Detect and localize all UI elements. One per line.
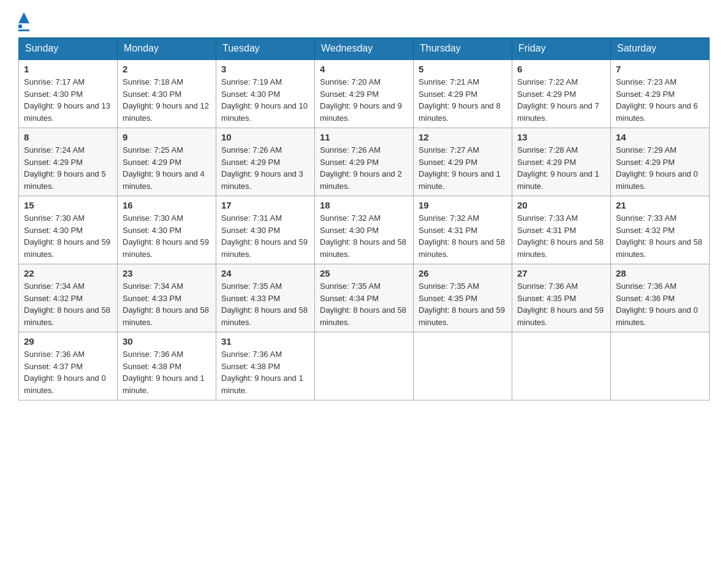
day-info: Sunrise: 7:35 AM Sunset: 4:34 PM Dayligh… — [320, 280, 408, 328]
day-number: 3 — [221, 64, 309, 74]
day-number: 20 — [517, 200, 605, 210]
day-info: Sunrise: 7:31 AM Sunset: 4:30 PM Dayligh… — [221, 212, 309, 260]
day-number: 21 — [616, 200, 704, 210]
day-info: Sunrise: 7:34 AM Sunset: 4:32 PM Dayligh… — [24, 280, 112, 328]
day-info: Sunrise: 7:33 AM Sunset: 4:32 PM Dayligh… — [616, 212, 704, 260]
calendar-cell: 2 Sunrise: 7:18 AM Sunset: 4:30 PM Dayli… — [118, 59, 216, 128]
day-info: Sunrise: 7:36 AM Sunset: 4:35 PM Dayligh… — [517, 280, 605, 328]
weekday-header-sunday: Sunday — [19, 38, 118, 60]
day-info: Sunrise: 7:17 AM Sunset: 4:30 PM Dayligh… — [24, 76, 112, 124]
day-number: 6 — [517, 64, 605, 74]
day-info: Sunrise: 7:28 AM Sunset: 4:29 PM Dayligh… — [517, 144, 605, 192]
day-number: 27 — [517, 268, 605, 278]
calendar-week-row: 8 Sunrise: 7:24 AM Sunset: 4:29 PM Dayli… — [19, 128, 710, 196]
day-number: 30 — [123, 336, 211, 347]
day-number: 31 — [221, 336, 309, 347]
calendar-cell — [512, 332, 611, 400]
day-number: 4 — [320, 64, 408, 74]
day-number: 17 — [221, 200, 309, 210]
day-info: Sunrise: 7:18 AM Sunset: 4:30 PM Dayligh… — [123, 76, 211, 124]
calendar-cell: 27 Sunrise: 7:36 AM Sunset: 4:35 PM Dayl… — [512, 264, 611, 332]
day-number: 22 — [24, 268, 112, 278]
calendar-cell: 9 Sunrise: 7:25 AM Sunset: 4:29 PM Dayli… — [118, 128, 216, 196]
day-info: Sunrise: 7:29 AM Sunset: 4:29 PM Dayligh… — [616, 144, 704, 192]
calendar-cell: 8 Sunrise: 7:24 AM Sunset: 4:29 PM Dayli… — [19, 128, 118, 196]
day-info: Sunrise: 7:32 AM Sunset: 4:30 PM Dayligh… — [320, 212, 408, 260]
weekday-header-friday: Friday — [512, 38, 611, 60]
calendar-cell: 16 Sunrise: 7:30 AM Sunset: 4:30 PM Dayl… — [118, 196, 216, 264]
calendar-cell: 13 Sunrise: 7:28 AM Sunset: 4:29 PM Dayl… — [512, 128, 611, 196]
calendar-cell: 20 Sunrise: 7:33 AM Sunset: 4:31 PM Dayl… — [512, 196, 611, 264]
weekday-header-monday: Monday — [118, 38, 216, 60]
calendar-cell: 26 Sunrise: 7:35 AM Sunset: 4:35 PM Dayl… — [414, 264, 512, 332]
weekday-header-tuesday: Tuesday — [216, 38, 315, 60]
day-number: 10 — [221, 132, 309, 142]
day-info: Sunrise: 7:32 AM Sunset: 4:31 PM Dayligh… — [419, 212, 507, 260]
calendar-cell: 15 Sunrise: 7:30 AM Sunset: 4:30 PM Dayl… — [19, 196, 118, 264]
calendar-cell: 10 Sunrise: 7:26 AM Sunset: 4:29 PM Dayl… — [216, 128, 315, 196]
day-number: 7 — [616, 64, 704, 74]
day-info: Sunrise: 7:36 AM Sunset: 4:38 PM Dayligh… — [123, 348, 211, 396]
calendar-cell: 3 Sunrise: 7:19 AM Sunset: 4:30 PM Dayli… — [216, 59, 315, 128]
calendar-cell: 29 Sunrise: 7:36 AM Sunset: 4:37 PM Dayl… — [19, 332, 118, 400]
day-info: Sunrise: 7:26 AM Sunset: 4:29 PM Dayligh… — [221, 144, 309, 192]
day-number: 11 — [320, 132, 408, 142]
calendar-cell: 11 Sunrise: 7:26 AM Sunset: 4:29 PM Dayl… — [315, 128, 414, 196]
calendar-cell: 5 Sunrise: 7:21 AM Sunset: 4:29 PM Dayli… — [414, 59, 512, 128]
calendar-cell: 7 Sunrise: 7:23 AM Sunset: 4:29 PM Dayli… — [611, 59, 710, 128]
day-info: Sunrise: 7:35 AM Sunset: 4:35 PM Dayligh… — [419, 280, 507, 328]
day-info: Sunrise: 7:35 AM Sunset: 4:33 PM Dayligh… — [221, 280, 309, 328]
day-info: Sunrise: 7:22 AM Sunset: 4:29 PM Dayligh… — [517, 76, 605, 124]
calendar-cell: 28 Sunrise: 7:36 AM Sunset: 4:36 PM Dayl… — [611, 264, 710, 332]
day-number: 23 — [123, 268, 211, 278]
day-info: Sunrise: 7:30 AM Sunset: 4:30 PM Dayligh… — [123, 212, 211, 260]
logo-underline — [18, 29, 29, 31]
day-info: Sunrise: 7:33 AM Sunset: 4:31 PM Dayligh… — [517, 212, 605, 260]
day-info: Sunrise: 7:21 AM Sunset: 4:29 PM Dayligh… — [419, 76, 507, 124]
calendar-cell — [315, 332, 414, 400]
calendar-cell: 23 Sunrise: 7:34 AM Sunset: 4:33 PM Dayl… — [118, 264, 216, 332]
weekday-header-row: SundayMondayTuesdayWednesdayThursdayFrid… — [19, 38, 710, 60]
day-number: 8 — [24, 132, 112, 142]
day-number: 1 — [24, 64, 112, 74]
calendar-cell — [611, 332, 710, 400]
day-info: Sunrise: 7:36 AM Sunset: 4:36 PM Dayligh… — [616, 280, 704, 328]
day-number: 28 — [616, 268, 704, 278]
calendar-cell: 1 Sunrise: 7:17 AM Sunset: 4:30 PM Dayli… — [19, 59, 118, 128]
day-number: 19 — [419, 200, 507, 210]
calendar-cell: 6 Sunrise: 7:22 AM Sunset: 4:29 PM Dayli… — [512, 59, 611, 128]
day-info: Sunrise: 7:36 AM Sunset: 4:37 PM Dayligh… — [24, 348, 112, 396]
day-number: 2 — [123, 64, 211, 74]
calendar-cell: 4 Sunrise: 7:20 AM Sunset: 4:29 PM Dayli… — [315, 59, 414, 128]
day-info: Sunrise: 7:23 AM Sunset: 4:29 PM Dayligh… — [616, 76, 704, 124]
day-number: 13 — [517, 132, 605, 142]
day-info: Sunrise: 7:24 AM Sunset: 4:29 PM Dayligh… — [24, 144, 112, 192]
calendar-cell: 19 Sunrise: 7:32 AM Sunset: 4:31 PM Dayl… — [414, 196, 512, 264]
day-number: 9 — [123, 132, 211, 142]
day-number: 14 — [616, 132, 704, 142]
day-info: Sunrise: 7:34 AM Sunset: 4:33 PM Dayligh… — [123, 280, 211, 328]
calendar-cell: 21 Sunrise: 7:33 AM Sunset: 4:32 PM Dayl… — [611, 196, 710, 264]
calendar-cell — [414, 332, 512, 400]
calendar-week-row: 22 Sunrise: 7:34 AM Sunset: 4:32 PM Dayl… — [19, 264, 710, 332]
logo — [18, 12, 29, 31]
calendar-cell: 30 Sunrise: 7:36 AM Sunset: 4:38 PM Dayl… — [118, 332, 216, 400]
day-number: 25 — [320, 268, 408, 278]
page-header — [18, 12, 710, 31]
calendar-cell: 24 Sunrise: 7:35 AM Sunset: 4:33 PM Dayl… — [216, 264, 315, 332]
calendar-week-row: 29 Sunrise: 7:36 AM Sunset: 4:37 PM Dayl… — [19, 332, 710, 400]
calendar-cell: 12 Sunrise: 7:27 AM Sunset: 4:29 PM Dayl… — [414, 128, 512, 196]
weekday-header-wednesday: Wednesday — [315, 38, 414, 60]
calendar-table: SundayMondayTuesdayWednesdayThursdayFrid… — [18, 37, 710, 400]
day-info: Sunrise: 7:25 AM Sunset: 4:29 PM Dayligh… — [123, 144, 211, 192]
calendar-cell: 18 Sunrise: 7:32 AM Sunset: 4:30 PM Dayl… — [315, 196, 414, 264]
calendar-week-row: 15 Sunrise: 7:30 AM Sunset: 4:30 PM Dayl… — [19, 196, 710, 264]
day-number: 18 — [320, 200, 408, 210]
calendar-cell: 31 Sunrise: 7:36 AM Sunset: 4:38 PM Dayl… — [216, 332, 315, 400]
weekday-header-thursday: Thursday — [414, 38, 512, 60]
weekday-header-saturday: Saturday — [611, 38, 710, 60]
day-info: Sunrise: 7:20 AM Sunset: 4:29 PM Dayligh… — [320, 76, 408, 124]
calendar-cell: 17 Sunrise: 7:31 AM Sunset: 4:30 PM Dayl… — [216, 196, 315, 264]
calendar-cell: 22 Sunrise: 7:34 AM Sunset: 4:32 PM Dayl… — [19, 264, 118, 332]
day-info: Sunrise: 7:36 AM Sunset: 4:38 PM Dayligh… — [221, 348, 309, 396]
